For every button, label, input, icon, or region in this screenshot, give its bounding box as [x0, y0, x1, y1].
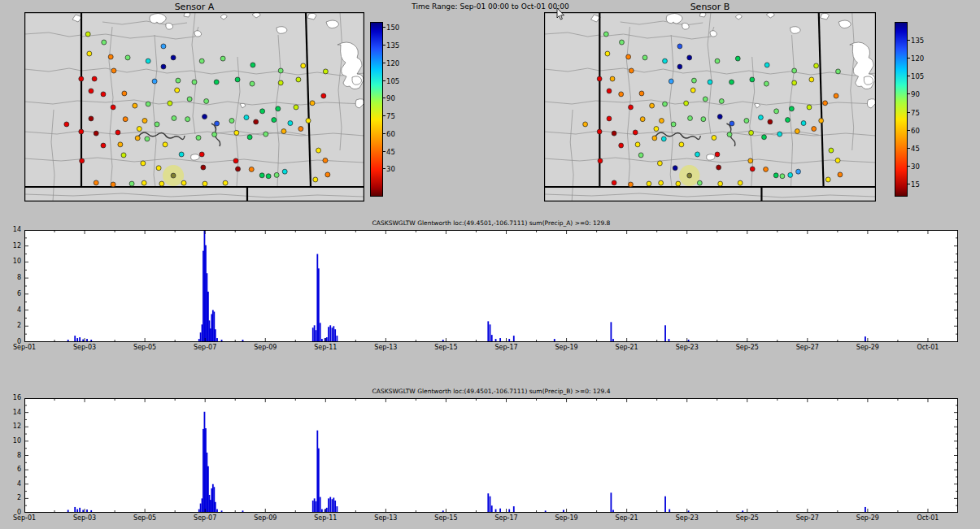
precip-bar [215, 329, 216, 342]
station-dot [663, 102, 668, 106]
station-dot [133, 103, 137, 108]
station-dot [687, 55, 692, 60]
y-tick-label: 6 [2, 290, 21, 298]
mouse-cursor-icon [556, 8, 566, 21]
station-dot [764, 167, 769, 171]
sensor-a-colorbar-labels: 1501351201059075604530 [383, 22, 404, 195]
station-dot [717, 115, 722, 119]
station-dot [121, 153, 126, 158]
station-dot [122, 91, 127, 96]
station-dot [774, 109, 779, 114]
x-tick-label: Sep-01 [7, 344, 42, 351]
station-dot [115, 130, 120, 135]
precip-bar [320, 323, 321, 342]
station-dot [79, 129, 84, 134]
station-dot [196, 135, 201, 140]
station-dot [142, 180, 146, 185]
station-dot [652, 136, 657, 141]
colorbar-tick-label: 45 [908, 145, 920, 153]
x-tick-label: Sep-09 [247, 344, 283, 351]
station-dot [310, 101, 315, 106]
x-tick-label: Oct-01 [910, 344, 946, 351]
x-tick-label: Sep-27 [790, 344, 825, 351]
station-dot [647, 181, 651, 186]
precip-bar [74, 336, 76, 342]
precip-b-chart-title: CASKSWGLTW Glentworth loc:(49.4501,-106.… [24, 388, 958, 395]
station-dot [715, 152, 720, 157]
station-dot [690, 88, 695, 93]
station-dot [316, 148, 321, 153]
station-dot [323, 158, 328, 163]
station-dot [695, 152, 700, 157]
station-dot [172, 115, 176, 120]
x-tick-label: Sep-19 [549, 344, 585, 351]
station-dot [684, 101, 689, 106]
station-dot [94, 180, 98, 185]
x-tick-label: Sep-11 [307, 514, 343, 522]
station-dot [673, 166, 677, 171]
station-dot [161, 64, 166, 69]
precip-bar [664, 496, 666, 513]
highlight-station-dot [687, 173, 692, 178]
x-tick-label: Sep-09 [247, 514, 283, 522]
precip-bar [336, 336, 338, 342]
station-dot [801, 121, 806, 126]
station-dot [786, 118, 791, 123]
colorbar-tick-label: 60 [383, 131, 395, 138]
station-dot [142, 119, 147, 124]
x-tick-label: Sep-17 [489, 344, 525, 351]
precip-bar [200, 332, 202, 342]
colorbar-tick-label: 135 [383, 42, 399, 50]
station-dot [323, 69, 328, 74]
y-tick-label: 8 [2, 274, 21, 282]
station-dot [807, 105, 812, 110]
station-dot [146, 102, 150, 106]
precip-bar [320, 497, 321, 513]
station-dot [829, 148, 834, 153]
station-dot [94, 131, 98, 136]
x-tick-label: Sep-15 [428, 344, 464, 351]
y-tick-label: 10 [2, 258, 21, 266]
station-dot [171, 55, 176, 60]
x-tick-label: Sep-17 [489, 514, 525, 522]
station-dot [278, 80, 283, 85]
station-dot [111, 182, 115, 187]
precip-bar [314, 325, 316, 342]
station-dot [101, 143, 106, 148]
precip-bar [490, 496, 491, 513]
precip-bar [312, 501, 314, 513]
station-dot [156, 166, 161, 171]
station-dot [823, 101, 828, 106]
y-tick-label: 10 [2, 437, 21, 445]
station-dot [102, 40, 107, 45]
station-dot [638, 153, 643, 158]
colorbar-tick-label: 135 [908, 37, 924, 45]
station-dot [744, 119, 749, 124]
station-dot [610, 76, 615, 81]
station-dot [660, 119, 664, 124]
station-dot [244, 115, 249, 120]
station-dot [795, 129, 799, 134]
sensor-a-map [24, 12, 364, 202]
station-dot [108, 54, 113, 59]
station-dot [605, 51, 610, 56]
precip-bar [333, 326, 334, 342]
station-dot [181, 180, 186, 185]
x-tick-label: Sep-11 [307, 344, 343, 351]
station-dot [92, 76, 97, 81]
colorbar-tick-label: 30 [908, 163, 920, 171]
x-tick-label: Sep-27 [790, 514, 825, 522]
station-dot [79, 76, 84, 81]
station-dot [145, 137, 150, 141]
station-dot [671, 122, 676, 127]
station-dot [201, 165, 206, 170]
station-dot [203, 115, 207, 119]
x-tick-label: Sep-19 [549, 514, 585, 522]
station-dot [266, 174, 271, 179]
station-dot [306, 119, 311, 124]
station-dot [161, 44, 166, 49]
station-dot [812, 127, 817, 132]
station-dot [87, 51, 92, 56]
station-dot [199, 152, 204, 157]
station-dot [749, 130, 754, 135]
